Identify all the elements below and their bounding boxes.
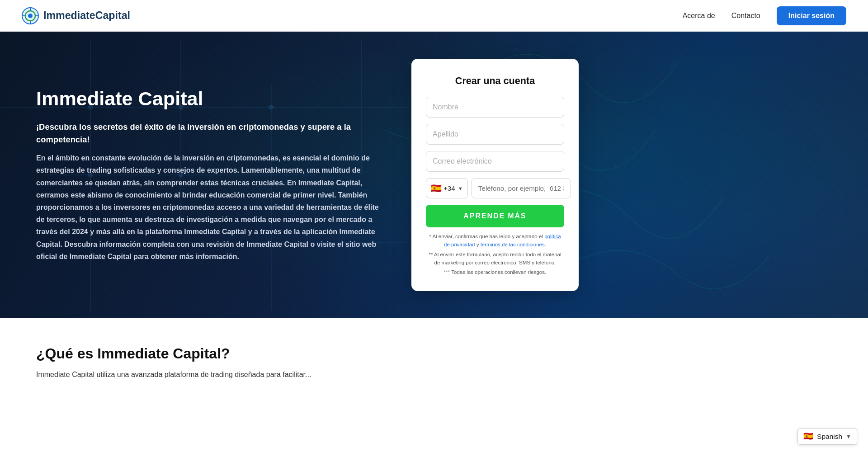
section-body: Immediate Capital utiliza una avanzada p… bbox=[36, 368, 443, 381]
hero-body: En el ámbito en constante evolución de l… bbox=[36, 152, 384, 263]
spain-flag: 🇪🇸 bbox=[431, 183, 442, 193]
disclaimer-2: ** Al enviar este formulario, acepto rec… bbox=[426, 251, 564, 267]
phone-row: 🇪🇸 +34 ▼ bbox=[426, 178, 564, 198]
form-title: Crear una cuenta bbox=[426, 75, 564, 87]
login-button[interactable]: Iniciar sesión bbox=[777, 6, 846, 25]
hero-section: Immediate Capital ¡Descubra los secretos… bbox=[0, 32, 868, 318]
chevron-down-icon: ▼ bbox=[458, 186, 463, 191]
section-title: ¿Qué es Immediate Capital? bbox=[36, 345, 832, 362]
hero-subtitle: ¡Descubra los secretos del éxito de la i… bbox=[36, 121, 384, 146]
apellido-input[interactable] bbox=[426, 124, 564, 145]
phone-code: +34 bbox=[443, 184, 455, 192]
signup-form-card: Crear una cuenta 🇪🇸 +34 ▼ APRENDE MÁS * … bbox=[411, 59, 579, 291]
what-is-section: ¿Qué es Immediate Capital? Immediate Cap… bbox=[0, 318, 868, 399]
nav-contact[interactable]: Contacto bbox=[731, 12, 760, 20]
brand-logo[interactable]: ImmediateCapital bbox=[22, 7, 130, 24]
nombre-input[interactable] bbox=[426, 97, 564, 118]
phone-input[interactable] bbox=[472, 178, 571, 198]
hero-title: Immediate Capital bbox=[36, 87, 384, 111]
terms-link[interactable]: términos de las condiciones bbox=[481, 242, 545, 247]
hero-content: Immediate Capital ¡Descubra los secretos… bbox=[36, 87, 411, 263]
disclaimer-3: *** Todas las operaciones conllevan ries… bbox=[426, 268, 564, 277]
submit-button[interactable]: APRENDE MÁS bbox=[426, 205, 564, 227]
brand-name: ImmediateCapital bbox=[43, 9, 130, 22]
navbar: ImmediateCapital Acerca de Contacto Inic… bbox=[0, 0, 868, 32]
form-disclaimer: * Al enviar, confirmas que has leído y a… bbox=[426, 233, 564, 277]
phone-country-select[interactable]: 🇪🇸 +34 ▼ bbox=[426, 178, 468, 198]
hero-subtitle-text: ¡Descubra los secretos del éxito de la i… bbox=[36, 122, 351, 144]
email-input[interactable] bbox=[426, 151, 564, 172]
logo-icon bbox=[22, 7, 39, 24]
navbar-links: Acerca de Contacto Iniciar sesión bbox=[683, 6, 846, 25]
nav-about[interactable]: Acerca de bbox=[683, 12, 715, 20]
disclaimer-1: * Al enviar, confirmas que has leído y a… bbox=[426, 233, 564, 249]
svg-point-2 bbox=[28, 14, 33, 18]
